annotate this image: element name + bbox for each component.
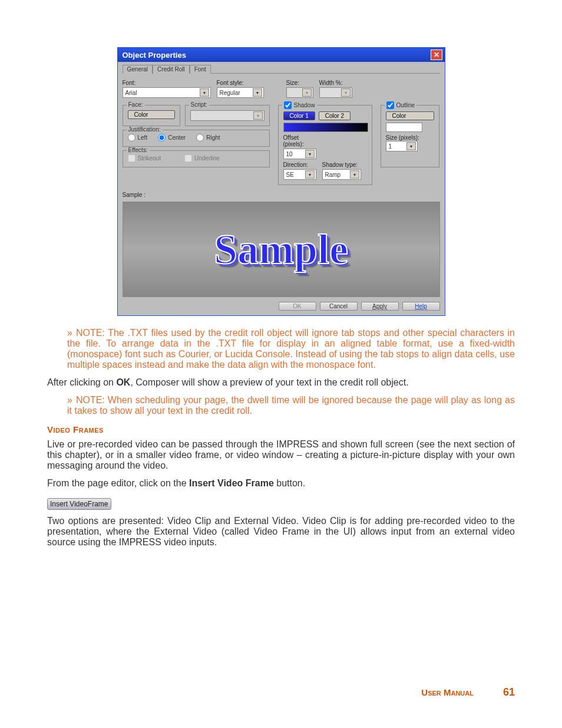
face-color-button[interactable]: Color <box>128 110 175 119</box>
outline-size-select[interactable]: 1 ▾ <box>386 141 418 151</box>
chevron-down-icon[interactable]: ▾ <box>305 170 315 179</box>
outline-checkbox[interactable] <box>386 101 394 109</box>
chevron-down-icon: ▾ <box>302 88 312 97</box>
offset-label: Offset (pixels): <box>283 134 316 147</box>
justify-center-radio[interactable]: Center <box>158 134 186 141</box>
note-2: »NOTE: When scheduling your page, the dw… <box>67 395 515 416</box>
shadowtype-select[interactable]: Ramp ▾ <box>322 169 361 180</box>
direction-label: Direction: <box>283 162 316 168</box>
width-select: ▾ <box>319 87 352 98</box>
sample-preview: Sample <box>123 202 440 297</box>
paragraph-after-ok: After clicking on OK, Composer will show… <box>47 377 515 388</box>
paragraph-video-1: Live or pre-recorded video can be passed… <box>47 439 515 471</box>
dialog-title: Object Properties <box>123 51 186 60</box>
chevron-down-icon[interactable]: ▾ <box>406 142 416 150</box>
fontstyle-label: Font style: <box>217 80 264 86</box>
chevron-down-icon[interactable]: ▾ <box>305 150 315 158</box>
apply-button[interactable]: Apply <box>361 302 399 311</box>
chevron-down-icon[interactable]: ▾ <box>253 88 262 97</box>
face-legend: Face: <box>127 101 145 108</box>
offset-select[interactable]: 10 ▾ <box>283 149 316 159</box>
strikeout-checkbox: Strikeout <box>128 154 161 162</box>
size-label: Size: <box>286 80 313 86</box>
dialog-titlebar: Object Properties ✕ <box>118 48 445 62</box>
page-number: 61 <box>503 686 515 699</box>
note-marker-icon: » <box>67 328 72 338</box>
sample-text: Sample <box>214 225 348 274</box>
outline-color-button[interactable]: Color <box>386 111 434 120</box>
paragraph-video-3: Two options are presented: Video Clip an… <box>47 516 515 548</box>
paragraph-video-2: From the page editor, click on the Inser… <box>47 478 515 489</box>
outline-color-preview <box>386 123 422 132</box>
width-label: Width %: <box>319 80 352 86</box>
script-legend: Script: <box>189 101 209 108</box>
effects-legend: Effects: <box>127 147 150 153</box>
ok-button[interactable]: OK <box>279 302 316 311</box>
justify-left-radio[interactable]: Left <box>128 134 148 141</box>
page-footer: User Manual 61 <box>421 686 515 699</box>
cancel-button[interactable]: Cancel <box>320 302 358 311</box>
font-select[interactable]: Arial ▾ <box>123 87 211 98</box>
sample-label: Sample : <box>123 192 146 198</box>
shadow-color1-button[interactable]: Color 1 <box>283 111 315 120</box>
outline-legend: Outline <box>385 101 417 109</box>
fontstyle-select[interactable]: Regular ▾ <box>217 87 264 98</box>
help-button[interactable]: Help <box>402 302 440 311</box>
tab-general[interactable]: General <box>123 65 153 74</box>
script-select: ▾ <box>190 110 265 121</box>
footer-label: User Manual <box>421 687 474 697</box>
insert-videoframe-button[interactable]: Insert VideoFrame <box>47 498 111 510</box>
chevron-down-icon: ▾ <box>341 88 351 97</box>
justify-right-radio[interactable]: Right <box>196 134 220 141</box>
chevron-down-icon[interactable]: ▾ <box>200 88 209 97</box>
object-properties-dialog: Object Properties ✕ General Credit Roll … <box>117 47 445 316</box>
chevron-down-icon: ▾ <box>253 111 263 120</box>
font-label: Font: <box>123 80 211 86</box>
chevron-down-icon[interactable]: ▾ <box>350 170 359 179</box>
shadowtype-label: Shadow type: <box>322 162 361 168</box>
underline-checkbox: Underline <box>184 154 220 162</box>
section-heading-video-frames: Video Frames <box>47 424 515 434</box>
shadow-color2-button[interactable]: Color 2 <box>319 111 351 120</box>
justification-legend: Justification: <box>127 126 163 133</box>
tab-credit-roll[interactable]: Credit Roll <box>153 65 190 74</box>
tab-font[interactable]: Font <box>190 65 211 74</box>
size-select: ▾ <box>286 87 313 98</box>
outline-size-label: Size (pixels): <box>386 134 434 141</box>
tabs: General Credit Roll Font <box>123 64 440 74</box>
direction-select[interactable]: SE ▾ <box>283 169 316 180</box>
note-marker-icon: » <box>67 395 72 405</box>
note-1: »NOTE: The .TXT files used by the credit… <box>67 328 515 370</box>
shadow-gradient-preview <box>283 123 368 132</box>
shadow-legend: Shadow <box>282 101 317 109</box>
close-icon[interactable]: ✕ <box>431 50 442 60</box>
shadow-checkbox[interactable] <box>284 101 292 109</box>
